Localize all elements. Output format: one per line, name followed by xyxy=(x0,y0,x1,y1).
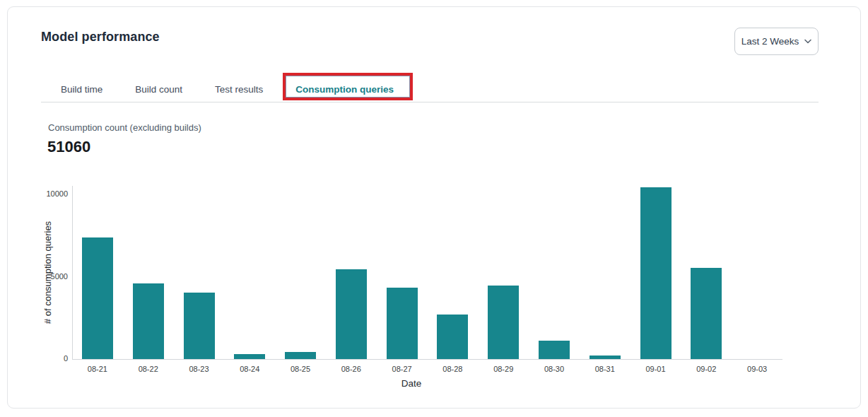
chevron-down-icon xyxy=(804,39,811,44)
x-tick-label: 08-30 xyxy=(529,365,580,373)
bar[interactable] xyxy=(590,356,621,359)
x-tick-label: 08-22 xyxy=(123,365,174,373)
x-tick-label: 08-29 xyxy=(478,365,529,373)
tab-test-results[interactable]: Test results xyxy=(215,81,263,98)
tabs-divider xyxy=(41,102,819,102)
metric-label: Consumption count (excluding builds) xyxy=(48,122,201,133)
y-axis-title: # of consumption queries xyxy=(42,167,53,379)
x-tick-label: 08-31 xyxy=(580,365,631,373)
bar[interactable] xyxy=(437,315,468,359)
tab-bar: Build time Build count Test results Cons… xyxy=(61,81,394,98)
x-tick-label: 08-21 xyxy=(72,365,123,373)
tab-build-count[interactable]: Build count xyxy=(135,81,182,98)
bar[interactable] xyxy=(539,341,570,359)
y-axis-line xyxy=(72,186,73,359)
bar[interactable] xyxy=(285,352,316,359)
bar[interactable] xyxy=(133,283,164,359)
x-tick-label: 08-24 xyxy=(224,365,275,373)
x-tick-label: 09-01 xyxy=(631,365,681,373)
bar[interactable] xyxy=(184,293,215,359)
x-axis-title: Date xyxy=(376,378,447,389)
bar[interactable] xyxy=(82,237,113,359)
bar[interactable] xyxy=(640,187,671,359)
tab-consumption-queries[interactable]: Consumption queries xyxy=(295,81,394,98)
model-performance-card: Model performance Last 2 Weeks Build tim… xyxy=(7,6,861,409)
tab-build-time[interactable]: Build time xyxy=(61,81,102,98)
bar[interactable] xyxy=(234,354,265,359)
x-tick-label: 09-03 xyxy=(732,365,782,373)
period-selector-dropdown[interactable]: Last 2 Weeks xyxy=(734,28,819,55)
bar[interactable] xyxy=(488,286,519,359)
x-tick-label: 08-28 xyxy=(428,365,479,373)
x-tick-label: 08-26 xyxy=(326,365,377,373)
y-tick-label: 10000 xyxy=(37,189,68,198)
x-tick-label: 09-02 xyxy=(681,365,732,373)
y-tick-label: 0 xyxy=(37,354,68,363)
bar[interactable] xyxy=(387,288,418,359)
x-tick-label: 08-25 xyxy=(275,365,326,373)
y-tick-label: 5000 xyxy=(37,272,68,281)
page-title: Model performance xyxy=(41,30,160,45)
x-tick-label: 08-23 xyxy=(174,365,225,373)
x-tick-label: 08-27 xyxy=(377,365,428,373)
consumption-bar-chart: # of consumption queries Date 0500010000… xyxy=(8,7,862,409)
metric-value: 51060 xyxy=(47,138,90,156)
x-axis-line xyxy=(72,359,782,360)
period-selector-value: Last 2 Weeks xyxy=(741,36,799,47)
bar[interactable] xyxy=(336,269,367,359)
bar[interactable] xyxy=(691,268,722,359)
